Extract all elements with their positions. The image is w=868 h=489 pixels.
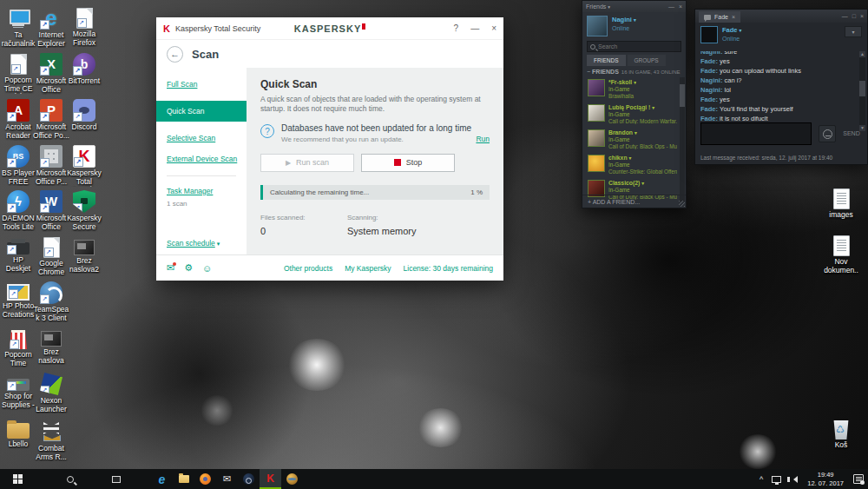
progress-percent: 1 % xyxy=(470,188,483,196)
network-icon[interactable] xyxy=(767,469,786,489)
chat-tab-fade[interactable]: Fade × xyxy=(699,11,740,23)
minimize-button[interactable]: — xyxy=(668,3,674,10)
desktop-icon-bittorrent[interactable]: bBitTorrent xyxy=(66,53,102,86)
chat-user-name[interactable]: Fade▾ xyxy=(722,26,741,34)
tab-friends[interactable]: FRIENDS xyxy=(587,55,626,66)
desktop-icon-lbello[interactable]: Lbello xyxy=(0,419,36,449)
sidebar-item-quick-scan[interactable]: Quick Scan xyxy=(156,101,247,122)
chevron-down-icon: ▾ xyxy=(629,155,632,161)
desktop-icon-nexon[interactable]: Nexon Launcher xyxy=(33,373,69,413)
sidebar-item-selective-scan[interactable]: Selective Scan xyxy=(156,134,247,142)
desktop-icon-hp-deskjet[interactable]: HP Deskjet 2540 series xyxy=(0,236,36,274)
desktop-icon-internet-explorer[interactable]: eInternet Explorer xyxy=(33,7,69,48)
friends-group-header[interactable]: − FRIENDS 16 IN GAME, 43 ONLINE xyxy=(582,66,686,77)
taskbar-app-globe[interactable] xyxy=(281,469,303,489)
my-kaspersky-link[interactable]: My Kaspersky xyxy=(345,264,391,273)
taskbar-mail[interactable]: ✉ xyxy=(216,469,238,489)
desktop-icon-discord[interactable]: Discord xyxy=(66,99,102,132)
chat-options-dropdown[interactable]: ▾ xyxy=(845,26,862,37)
desktop-icon-hp-photo[interactable]: HP Photo Creations xyxy=(0,281,36,319)
sidebar-item-external-device-scan[interactable]: External Device Scan xyxy=(156,155,247,163)
chat-scrollbar[interactable]: ▲ ▼ xyxy=(859,51,865,131)
stop-button[interactable]: Stop xyxy=(361,154,455,172)
friend-row[interactable]: chikxn▾ In-Game Counter-Strike: Global O… xyxy=(582,153,686,176)
friend-row[interactable]: Lubię Pociągi !▾ In-Game Call of Duty: M… xyxy=(582,102,686,126)
desktop-icon-bsplayer[interactable]: BSBS Player FREE xyxy=(0,145,36,186)
desktop-icon-popcorn-ce[interactable]: Popcorn Time CE (2) xyxy=(0,53,36,94)
run-scan-button[interactable]: ▶ Run scan xyxy=(260,154,354,172)
scrollbar-thumb[interactable] xyxy=(859,81,865,96)
news-icon[interactable]: ✉ xyxy=(167,262,174,274)
desktop-icon-nov-dokument[interactable]: Nov dokumen... xyxy=(823,235,859,275)
volume-icon[interactable] xyxy=(786,469,802,489)
emoji-button[interactable] xyxy=(819,125,836,142)
task-view-button[interactable] xyxy=(105,469,127,489)
desktop-icon-daemon-tools[interactable]: ϟDAEMON Tools Lite xyxy=(0,190,36,231)
desktop-icon-kaspersky[interactable]: KKaspersky Total Security xyxy=(66,145,102,187)
settings-gear-icon[interactable]: ⚙ xyxy=(184,262,193,274)
chat-messages: Naginisure Fadeyes Fadeyou can upload wi… xyxy=(695,51,860,131)
add-friend-button[interactable]: + ADD A FRIEND... xyxy=(582,195,686,208)
taskbar-edge[interactable]: e xyxy=(151,469,173,489)
desktop-icon-word[interactable]: WMicrosoft Office Wo... xyxy=(33,190,69,232)
maximize-button[interactable]: □ xyxy=(852,13,856,19)
desktop-icon-teamspeak[interactable]: TeamSpeak 3 Client xyxy=(33,281,69,322)
desktop-icon-recycle-bin[interactable]: Koš xyxy=(823,419,859,450)
chat-input[interactable] xyxy=(700,122,812,145)
desktop-icon-acrobat[interactable]: AAcrobat Reader DC xyxy=(0,99,36,141)
friends-search[interactable] xyxy=(587,41,681,52)
desktop-icon-combat-arms[interactable]: Combat Arms R... xyxy=(33,419,69,461)
desktop-icon-excel[interactable]: XMicrosoft Office Exc... xyxy=(33,53,69,95)
taskbar-search-button[interactable] xyxy=(59,469,81,489)
scanning-label: Scanning: xyxy=(347,214,416,221)
scanning-value: System memory xyxy=(347,226,416,236)
tab-close-icon[interactable]: × xyxy=(732,14,735,20)
kaspersky-icon: K xyxy=(73,145,95,168)
taskbar-file-explorer[interactable] xyxy=(173,469,194,489)
start-button[interactable] xyxy=(0,469,35,489)
action-center-icon[interactable] xyxy=(849,469,868,489)
taskbar-steam[interactable] xyxy=(238,469,260,489)
friend-row[interactable]: Brandon▾ In-Game Call of Duty: Black Ops… xyxy=(582,128,686,151)
close-button[interactable]: × xyxy=(860,13,864,19)
desktop-icon-popcorn-time[interactable]: Popcorn Time xyxy=(0,327,36,367)
send-button[interactable]: SEND xyxy=(839,125,864,142)
user-name[interactable]: Nagini▾ xyxy=(612,16,636,23)
desktop-icon-images[interactable]: images xyxy=(823,188,859,220)
taskbar-firefox[interactable] xyxy=(194,469,216,489)
chat-user-avatar[interactable] xyxy=(700,26,718,43)
license-link[interactable]: License: 30 days remaining xyxy=(404,264,493,273)
desktop-icon-shop-supplies[interactable]: Shop for Supplies - ... xyxy=(0,373,36,410)
friend-row[interactable]: *Fr-skoll▾ In-Game Brawlhalla xyxy=(582,77,686,101)
desktop-icon-chrome[interactable]: Google Chrome xyxy=(33,236,69,276)
tab-groups[interactable]: GROUPS xyxy=(628,55,666,66)
desktop-icon-this-pc[interactable]: Ta računalnik xyxy=(0,7,36,48)
taskbar-kaspersky-active[interactable]: K xyxy=(260,469,281,489)
other-products-link[interactable]: Other products xyxy=(284,264,332,273)
bsplayer-icon: BS xyxy=(7,145,30,168)
nexon-icon xyxy=(40,373,62,395)
run-update-link[interactable]: Run xyxy=(476,135,490,143)
sidebar-item-task-manager[interactable]: Task Manager xyxy=(156,187,247,195)
search-input[interactable] xyxy=(598,43,676,50)
desktop-icon-kaspersky-secure[interactable]: Kaspersky Secure Co... xyxy=(66,190,102,232)
minimize-button[interactable]: — xyxy=(842,13,848,19)
desktop-icon-brez-naslova[interactable]: Brez naslova xyxy=(33,327,69,365)
tray-chevron-icon[interactable]: ^ xyxy=(755,469,767,489)
resize-grip[interactable] xyxy=(679,201,685,207)
image-file-icon xyxy=(41,331,62,347)
close-button[interactable]: × xyxy=(679,3,682,10)
support-icon[interactable]: ☺ xyxy=(202,263,212,274)
scan-schedule-link[interactable]: Scan schedule▾ xyxy=(167,239,220,248)
clock[interactable]: 19:49 12. 07. 2017 xyxy=(802,471,849,487)
sidebar-item-full-scan[interactable]: Full Scan xyxy=(156,80,247,89)
desktop-icon-firefox[interactable]: Mozilla Firefox xyxy=(66,7,102,47)
desktop-icon-office[interactable]: Microsoft Office P... xyxy=(33,145,69,186)
desktop-icon-brez-naslova2[interactable]: Brez naslova2 xyxy=(66,236,102,274)
chat-titlebar: Fade × — □ × xyxy=(695,10,867,23)
user-avatar[interactable] xyxy=(587,16,608,36)
desktop-icon-powerpoint[interactable]: PMicrosoft Office Po... xyxy=(33,99,69,140)
scroll-up-icon[interactable]: ▲ xyxy=(859,51,865,57)
scrollbar-thumb[interactable] xyxy=(680,84,685,107)
back-button[interactable]: ← xyxy=(167,46,183,63)
